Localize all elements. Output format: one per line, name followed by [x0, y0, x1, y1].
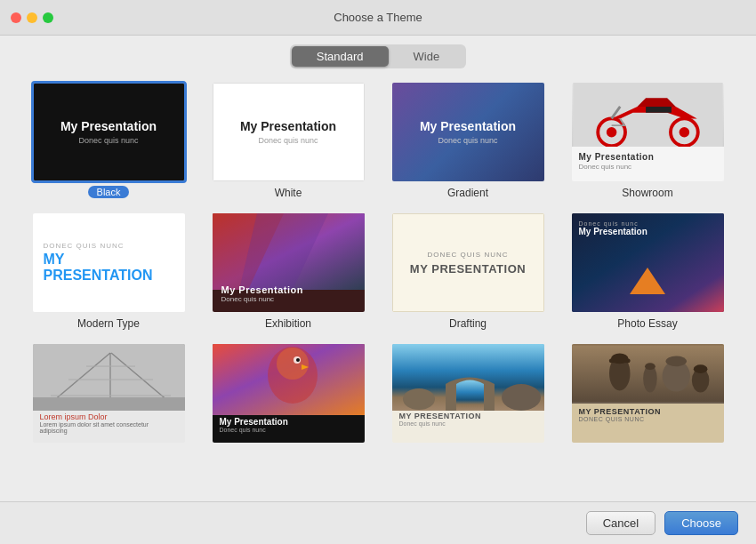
- window-title: Choose a Theme: [334, 11, 422, 24]
- r3-4-sub: Donec quis nunc: [579, 416, 717, 422]
- maximize-button[interactable]: [43, 12, 53, 23]
- seg-wrapper: Standard Wide: [290, 44, 466, 68]
- exhibition-label: Exhibition: [265, 317, 311, 330]
- svg-point-21: [296, 358, 300, 362]
- bottom-bar: Cancel Choose: [0, 501, 756, 544]
- svg-rect-0: [573, 83, 722, 147]
- black-badge: Black: [88, 186, 130, 198]
- drafting-title: My Presentation: [410, 262, 526, 276]
- r3-3-sub: Donec quis nunc: [399, 420, 537, 427]
- svg-point-24: [502, 384, 541, 411]
- theme-item-photo-essay[interactable]: Donec quis nunc My Presentation Photo Es…: [564, 212, 731, 330]
- gradient-label: Gradient: [447, 187, 488, 199]
- cancel-button[interactable]: Cancel: [586, 511, 655, 535]
- theme-thumb-gradient: My Presentation Donec quis nunc: [390, 81, 546, 183]
- photo-essay-label: Photo Essay: [617, 317, 677, 330]
- pe-title: My Presentation: [579, 227, 647, 236]
- seg-wide[interactable]: Wide: [389, 46, 465, 67]
- choose-button[interactable]: Choose: [664, 511, 738, 535]
- modern-sub: Donec quis nunc: [44, 242, 174, 250]
- minimize-button[interactable]: [27, 12, 37, 23]
- theme-item-white[interactable]: My Presentation Donec quis nunc White: [205, 81, 372, 199]
- svg-point-3: [606, 127, 616, 138]
- svg-rect-29: [609, 358, 630, 363]
- theme-thumb-photo-essay: Donec quis nunc My Presentation: [570, 212, 726, 314]
- pe-sub: Donec quis nunc: [579, 220, 647, 227]
- theme-item-showroom[interactable]: My Presentation Donec quis nunc Showroom: [564, 81, 731, 199]
- title-bar: Choose a Theme: [0, 0, 756, 36]
- theme-item-r3-1[interactable]: Lorem ipsum Dolor Lorem ipsum dolor sit …: [25, 342, 192, 448]
- svg-point-4: [679, 127, 689, 138]
- drafting-label: Drafting: [449, 317, 487, 330]
- svg-point-31: [645, 363, 655, 370]
- exhibition-sub: Donec quis nunc: [221, 295, 303, 303]
- r3-1-title: Lorem ipsum Dolor: [40, 412, 178, 421]
- showroom-sub: Donec quis nunc: [579, 163, 717, 171]
- theme-thumb-modern-type: Donec quis nunc My Presentation: [31, 212, 187, 314]
- showroom-label: Showroom: [622, 187, 672, 199]
- r3-1-sub: Lorem ipsum dolor sit amet consectetur a…: [40, 421, 178, 434]
- gradient-sub: Donec quis nunc: [438, 136, 497, 145]
- svg-point-33: [665, 356, 686, 366]
- svg-rect-16: [33, 397, 185, 411]
- theme-thumb-drafting: Donec quis nunc My Presentation: [390, 212, 546, 314]
- theme-thumb-black: My Presentation Donec quis nunc: [31, 81, 187, 183]
- theme-thumb-r3-1: Lorem ipsum Dolor Lorem ipsum dolor sit …: [31, 342, 187, 444]
- gradient-title: My Presentation: [420, 119, 516, 133]
- themes-grid: My Presentation Donec quis nunc Black My…: [0, 76, 756, 455]
- black-sub: Donec quis nunc: [78, 136, 138, 145]
- r3-2-sub: Donec quis nunc: [220, 427, 358, 433]
- theme-thumb-r3-3: My Presentation Donec quis nunc: [390, 342, 546, 444]
- theme-thumb-exhibition: My Presentation Donec quis nunc: [211, 212, 366, 314]
- white-title: My Presentation: [240, 119, 336, 133]
- theme-item-modern-type[interactable]: Donec quis nunc My Presentation Modern T…: [25, 212, 192, 330]
- theme-thumb-r3-2: My Presentation Donec quis nunc: [211, 342, 366, 444]
- theme-thumb-white: My Presentation Donec quis nunc: [211, 81, 366, 183]
- modern-type-label: Modern Type: [77, 317, 140, 330]
- svg-point-35: [693, 364, 707, 373]
- moto-image: [572, 83, 724, 147]
- exhibition-title: My Presentation: [221, 284, 303, 295]
- theme-item-gradient[interactable]: My Presentation Donec quis nunc Gradient: [384, 81, 551, 199]
- theme-item-black[interactable]: My Presentation Donec quis nunc Black: [25, 81, 192, 199]
- showroom-title: My Presentation: [579, 152, 717, 162]
- theme-thumb-r3-4: My Presentation Donec quis nunc: [570, 342, 726, 444]
- r3-3-title: My Presentation: [399, 412, 537, 420]
- theme-item-r3-4[interactable]: My Presentation Donec quis nunc: [564, 342, 731, 448]
- seg-standard[interactable]: Standard: [292, 46, 389, 67]
- segmented-control: Standard Wide: [0, 44, 756, 68]
- window-controls: [11, 12, 53, 23]
- svg-point-23: [403, 388, 435, 410]
- svg-point-19: [277, 348, 309, 380]
- modern-title: My Presentation: [44, 252, 174, 284]
- drafting-sub: Donec quis nunc: [427, 251, 508, 259]
- theme-item-drafting[interactable]: Donec quis nunc My Presentation Drafting: [384, 212, 551, 330]
- theme-thumb-showroom: My Presentation Donec quis nunc: [570, 81, 726, 183]
- r3-4-title: My Presentation: [579, 407, 717, 416]
- close-button[interactable]: [11, 12, 21, 23]
- theme-item-r3-3[interactable]: My Presentation Donec quis nunc: [384, 342, 551, 448]
- theme-item-exhibition[interactable]: My Presentation Donec quis nunc Exhibiti…: [205, 212, 372, 330]
- white-sub: Donec quis nunc: [258, 136, 318, 145]
- theme-item-r3-2[interactable]: My Presentation Donec quis nunc: [205, 342, 372, 448]
- white-label: White: [275, 187, 302, 199]
- black-title: My Presentation: [60, 119, 157, 133]
- r3-2-title: My Presentation: [220, 417, 358, 427]
